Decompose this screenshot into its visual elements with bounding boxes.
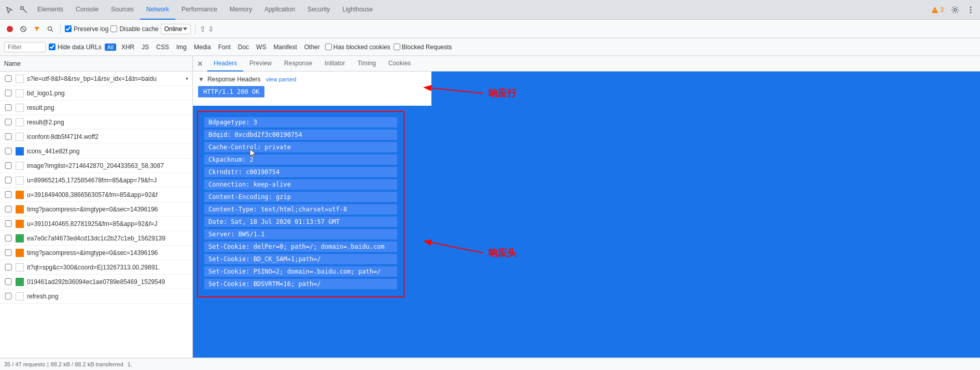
filter-img[interactable]: Img xyxy=(174,42,189,52)
filter-icon[interactable] xyxy=(31,23,43,35)
all-filter-badge[interactable]: All xyxy=(105,44,116,51)
file-icon-11 xyxy=(16,234,24,243)
status-extra: 1. xyxy=(128,361,132,367)
blocked-requests-checkbox[interactable]: Blocked Requests xyxy=(394,44,452,51)
file-icon-2 xyxy=(16,104,24,112)
throttle-dropdown[interactable]: Online xyxy=(161,24,191,34)
header-row-13: Set-Cookie: BDSVRTM=16; path=/ xyxy=(204,279,397,289)
header-row-10: Set-Cookie: delPer=0; path=/; domain=.ba… xyxy=(204,241,397,252)
import-button[interactable]: ⇧ xyxy=(200,25,206,33)
cursor-icon[interactable] xyxy=(2,3,17,17)
record-button[interactable] xyxy=(4,23,16,35)
svg-point-4 xyxy=(970,6,972,8)
svg-rect-0 xyxy=(21,7,23,9)
header-row-8: Date: Sat, 18 Jul 2020 01:13:57 GMT xyxy=(204,217,397,227)
filter-doc[interactable]: Doc xyxy=(236,42,251,52)
tab-response[interactable]: Response xyxy=(278,56,318,72)
header-row-12: Set-Cookie: PSINO=2; domain=.baidu.com; … xyxy=(204,266,397,277)
svg-line-12 xyxy=(431,88,483,93)
filter-xhr[interactable]: XHR xyxy=(119,42,136,52)
http-status-value: HTTP/1.1 200 OK xyxy=(198,86,264,97)
tab-lighthouse[interactable]: Lighthouse xyxy=(336,0,379,20)
file-item-15[interactable]: refresh.png xyxy=(0,289,192,304)
tab-security[interactable]: Security xyxy=(301,0,336,20)
section-title: Response Headers xyxy=(207,76,261,83)
filter-js[interactable]: JS xyxy=(139,42,151,52)
file-item-11[interactable]: ea7e0c7af4673ed4cd13dc1c2b27c1eb_1562913… xyxy=(0,231,192,246)
file-item-1[interactable]: bd_logo1.png xyxy=(0,86,192,101)
tab-preview[interactable]: Preview xyxy=(243,56,278,72)
file-icon-4 xyxy=(16,133,24,141)
file-item-3[interactable]: result@2.png xyxy=(0,115,192,130)
tab-cookies[interactable]: Cookies xyxy=(382,56,417,72)
tab-timing[interactable]: Timing xyxy=(351,56,382,72)
hide-data-urls-checkbox[interactable]: Hide data URLs xyxy=(49,44,102,51)
header-row-0: Bdpagetype: 3 xyxy=(204,117,397,127)
stop-button[interactable] xyxy=(18,23,29,35)
tab-memory[interactable]: Memory xyxy=(223,0,258,20)
inspect-icon[interactable] xyxy=(17,3,31,17)
file-item-13[interactable]: it?qt=spg&c=300&coord=E|13267313.00,2989… xyxy=(0,260,192,275)
file-icon-0 xyxy=(16,75,24,83)
transfer-size: 88.2 kB / 88.2 kB transferred xyxy=(51,361,123,367)
file-item-7[interactable]: u=899652145,1725854678fm=85&app=79&f=J xyxy=(0,173,192,188)
has-blocked-cookies-checkbox[interactable]: Has blocked cookies xyxy=(325,44,390,51)
close-detail-button[interactable]: ✕ xyxy=(193,56,207,72)
file-icon-7 xyxy=(16,176,24,184)
view-parsed-link[interactable]: view parsed xyxy=(266,76,297,82)
disable-cache-checkbox[interactable]: Disable cache xyxy=(110,25,158,33)
tab-application[interactable]: Application xyxy=(258,0,301,20)
tab-performance[interactable]: Performance xyxy=(175,0,223,20)
right-panel: ✕ Headers Preview Response Initiator Tim… xyxy=(193,56,980,358)
filter-manifest[interactable]: Manifest xyxy=(271,42,299,52)
file-icon-6 xyxy=(16,162,24,170)
file-icon-8 xyxy=(16,191,24,199)
tab-network[interactable]: Network xyxy=(140,0,175,20)
filter-media[interactable]: Media xyxy=(192,42,213,52)
tab-headers[interactable]: Headers xyxy=(207,56,243,72)
annotation-label-2: 响应头 xyxy=(488,247,516,259)
tab-console[interactable]: Console xyxy=(69,0,105,20)
file-item-4[interactable]: iconfont-8db5f471f4.woff2 xyxy=(0,130,192,144)
file-icon-12 xyxy=(16,249,24,257)
file-icon-9 xyxy=(16,205,24,214)
request-count: 35 / 47 requests xyxy=(4,361,45,367)
file-item-12[interactable]: timg?pacompress=&imgtype=0&sec=14396196 xyxy=(0,246,192,260)
header-row-11: Set-Cookie: BD_CK_SAM=1;path=/ xyxy=(204,254,397,264)
file-item-8[interactable]: u=3918494008,3866563057&fm=85&app=92&f xyxy=(0,188,192,202)
file-item-5[interactable]: icons_441e82f.png xyxy=(0,144,192,159)
tab-initiator[interactable]: Initiator xyxy=(318,56,351,72)
http-status-line: HTTP/1.1 200 OK xyxy=(198,86,426,102)
tab-sources[interactable]: Sources xyxy=(105,0,140,20)
warning-badge[interactable]: ! 3 xyxy=(928,3,947,17)
devtools-window: Elements Console Sources Network Perform… xyxy=(0,0,980,370)
tab-elements[interactable]: Elements xyxy=(31,0,69,20)
filter-input[interactable] xyxy=(4,42,46,52)
file-item-2[interactable]: result.png xyxy=(0,101,192,115)
settings-icon[interactable] xyxy=(948,3,962,17)
status-bar: 35 / 47 requests | 88.2 kB / 88.2 kB tra… xyxy=(0,358,980,370)
more-icon[interactable] xyxy=(963,3,978,17)
file-item-10[interactable]: u=3910140465,82781925&fm=85&app=92&f=J xyxy=(0,217,192,231)
file-icon-3 xyxy=(16,118,24,126)
file-item-14[interactable]: 019461ad292b36094ec1ae0789e85469_1529549 xyxy=(0,275,192,289)
svg-line-1 xyxy=(23,9,27,13)
file-list-header: Name xyxy=(0,56,192,72)
section-header: ▼ Response Headers view parsed xyxy=(198,76,426,83)
file-item-6[interactable]: image?imglist=2714642870_204433563_58,30… xyxy=(0,159,192,173)
search-icon[interactable] xyxy=(45,23,56,35)
preserve-log-checkbox[interactable]: Preserve log xyxy=(65,25,108,33)
file-item-0[interactable]: s?ie=utf-8&f=8&rsv_bp=1&rsv_idx=1&tn=bai… xyxy=(0,72,192,86)
file-icon-13 xyxy=(16,263,24,272)
filter-font[interactable]: Font xyxy=(216,42,233,52)
file-icon-14 xyxy=(16,278,24,286)
export-button[interactable]: ⇩ xyxy=(208,25,214,33)
main-content: Name s?ie=utf-8&f=8&rsv_bp=1&rsv_idx=1&t… xyxy=(0,56,980,358)
filter-bar: Hide data URLs All XHR JS CSS Img Media … xyxy=(0,38,980,56)
filter-other[interactable]: Other xyxy=(302,42,322,52)
file-item-9[interactable]: timg?pacompress=&imgtype=0&sec=14396196 xyxy=(0,202,192,217)
header-row-4: Ckrndstr: c00190754 xyxy=(204,167,397,177)
filter-ws[interactable]: WS xyxy=(254,42,268,52)
collapse-arrow[interactable]: ▼ xyxy=(198,76,204,83)
filter-css[interactable]: CSS xyxy=(154,42,171,52)
